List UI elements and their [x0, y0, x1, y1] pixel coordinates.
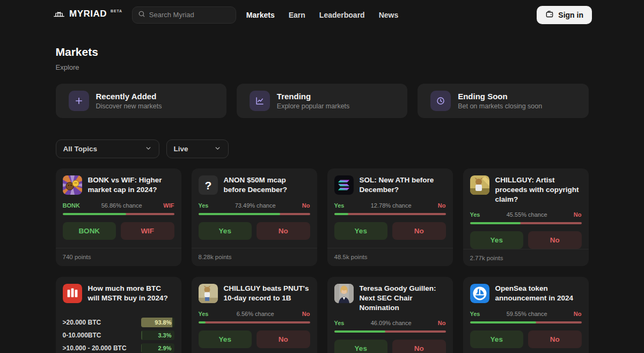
chance-bar — [334, 213, 446, 215]
bet-buttons: YesNo — [199, 222, 310, 240]
category-title: Trending — [277, 92, 349, 101]
market-card[interactable]: OpenSea token announcement in 2024Yes59.… — [463, 277, 589, 353]
outcome-no-label: WIF — [163, 202, 174, 209]
yes-button[interactable]: Yes — [199, 330, 252, 348]
option-label: 0-10.000BTC — [63, 332, 101, 339]
svg-text:?: ? — [204, 179, 211, 192]
chance-bar-fill — [199, 321, 206, 323]
chevron-down-icon — [214, 145, 221, 153]
chevron-down-icon — [145, 145, 152, 153]
nav-link-markets[interactable]: Markets — [246, 11, 275, 19]
market-title: How much more BTC will MSTR buy in 2024? — [88, 284, 174, 303]
outcome-no-label: No — [302, 202, 310, 209]
myriad-logo[interactable]: MYRIAD BETA — [53, 8, 122, 22]
option-row[interactable]: >20.000 BTC93.8% — [63, 318, 174, 327]
market-card-body: Teresa Goody Guillen: Next SEC Chair Nom… — [327, 277, 453, 353]
market-card[interactable]: BONK vs WIF: Higher market cap in 2024?B… — [56, 168, 181, 266]
market-card-body: OpenSea token announcement in 2024Yes59.… — [463, 277, 589, 353]
option-chance-fill — [141, 330, 142, 340]
bet-buttons: YesNo — [470, 330, 582, 348]
yes-button[interactable]: BONK — [63, 222, 116, 240]
option-chance-badge: 93.8% — [141, 318, 174, 327]
main-nav: MarketsEarnLeaderboardNews — [246, 11, 398, 19]
no-button[interactable]: WIF — [121, 222, 174, 240]
wallet-icon — [545, 10, 554, 20]
search-input[interactable] — [149, 11, 230, 19]
market-title: SOL: New ATH before December? — [360, 175, 446, 195]
market-card[interactable]: ?ANON $50M mcap before December?Yes73.49… — [192, 168, 317, 266]
outcome-no-label: No — [438, 202, 446, 209]
chance-label: 12.78% chance — [371, 202, 412, 209]
yes-button[interactable]: Yes — [470, 330, 524, 348]
yes-button[interactable]: Yes — [470, 231, 524, 249]
no-button[interactable]: No — [257, 330, 310, 348]
page-subtitle: Explore — [56, 63, 589, 71]
bet-buttons: YesNo — [470, 231, 582, 249]
no-button[interactable]: No — [528, 330, 582, 348]
category-subtitle: Bet on markets closing soon — [458, 102, 542, 110]
market-card[interactable]: CHILLGUY: Artist proceeds with copyright… — [463, 168, 589, 266]
market-card[interactable]: CHILLGUY beats PNUT's 10-day record to 1… — [192, 277, 317, 353]
category-subtitle: Explore popular markets — [277, 102, 349, 110]
nav-link-earn[interactable]: Earn — [289, 11, 305, 19]
outcome-row: Yes73.49% chanceNo — [199, 202, 310, 209]
category-card-ending-soon[interactable]: Ending SoonBet on markets closing soon — [418, 84, 588, 118]
nav-link-leaderboard[interactable]: Leaderboard — [319, 11, 365, 19]
market-title: CHILLGUY: Artist proceeds with copyright… — [495, 175, 582, 204]
no-button[interactable]: No — [257, 222, 310, 240]
top-nav: MYRIAD BETA MarketsEarnLeaderboardNews S… — [0, 0, 644, 30]
no-button[interactable]: No — [392, 340, 446, 353]
yes-button[interactable]: Yes — [199, 222, 252, 240]
market-card-body: ?ANON $50M mcap before December?Yes73.49… — [192, 168, 317, 248]
category-card-recently-added[interactable]: Recently AddedDiscover new markets — [56, 84, 226, 118]
chance-label: 59.55% chance — [507, 311, 547, 317]
category-card-trending[interactable]: TrendingExplore popular markets — [237, 84, 407, 118]
no-button[interactable]: No — [528, 231, 582, 249]
chance-label: 46.09% chance — [371, 320, 412, 326]
chance-label: 45.55% chance — [507, 211, 547, 218]
outcome-yes-label: Yes — [470, 211, 480, 218]
chance-bar-fill — [470, 321, 537, 323]
points-footer: 2.77k points — [463, 249, 589, 266]
topics-dropdown[interactable]: All Topics — [56, 139, 159, 158]
market-card-header: OpenSea token announcement in 2024 — [470, 284, 582, 303]
trending-chart-icon — [250, 91, 270, 111]
chance-bar-fill — [334, 213, 349, 215]
outcome-yes-label: Yes — [470, 311, 480, 317]
bet-buttons: YesNo — [334, 222, 446, 240]
market-card-body: SOL: New ATH before December?Yes12.78% c… — [327, 168, 453, 248]
page-title: Markets — [56, 46, 589, 58]
option-row[interactable]: >10.000 - 20.000 BTC2.9% — [63, 343, 174, 353]
bet-buttons: BONKWIF — [63, 222, 174, 240]
outcome-no-label: No — [574, 211, 582, 218]
option-label: >20.000 BTC — [63, 319, 101, 326]
outcome-row: Yes6.56% chanceNo — [199, 311, 310, 317]
chance-bar-fill — [470, 222, 521, 224]
yes-button[interactable]: Yes — [334, 222, 388, 240]
market-card[interactable]: SOL: New ATH before December?Yes12.78% c… — [327, 168, 453, 266]
no-button[interactable]: No — [392, 222, 446, 240]
points-value: 8.28k points — [199, 254, 232, 260]
option-chance-value: 3.3% — [158, 332, 171, 339]
chance-bar-fill — [334, 330, 386, 333]
option-chance-value: 2.9% — [158, 345, 171, 351]
market-card[interactable]: How much more BTC will MSTR buy in 2024?… — [56, 277, 181, 353]
sign-in-button[interactable]: Sign in — [537, 6, 592, 24]
outcome-yes-label: BONK — [63, 202, 80, 209]
chillguy-dog-image — [199, 284, 218, 303]
outcome-yes-label: Yes — [334, 202, 345, 209]
market-card-body: CHILLGUY beats PNUT's 10-day record to 1… — [192, 277, 317, 353]
option-row[interactable]: 0-10.000BTC3.3% — [63, 330, 174, 340]
category-subtitle: Discover new markets — [96, 102, 162, 110]
chance-bar — [63, 213, 174, 215]
yes-button[interactable]: Yes — [334, 340, 388, 353]
outcome-no-label: No — [574, 311, 582, 317]
solana-logo-image — [334, 175, 354, 195]
market-card[interactable]: Teresa Goody Guillen: Next SEC Chair Nom… — [327, 277, 453, 353]
outcome-yes-label: Yes — [334, 320, 345, 326]
status-dropdown[interactable]: Live — [166, 139, 229, 158]
nav-link-news[interactable]: News — [379, 11, 399, 19]
filter-bar: All Topics Live — [56, 139, 589, 158]
bet-buttons: YesNo — [199, 330, 310, 348]
market-card-header: ?ANON $50M mcap before December? — [199, 175, 310, 195]
